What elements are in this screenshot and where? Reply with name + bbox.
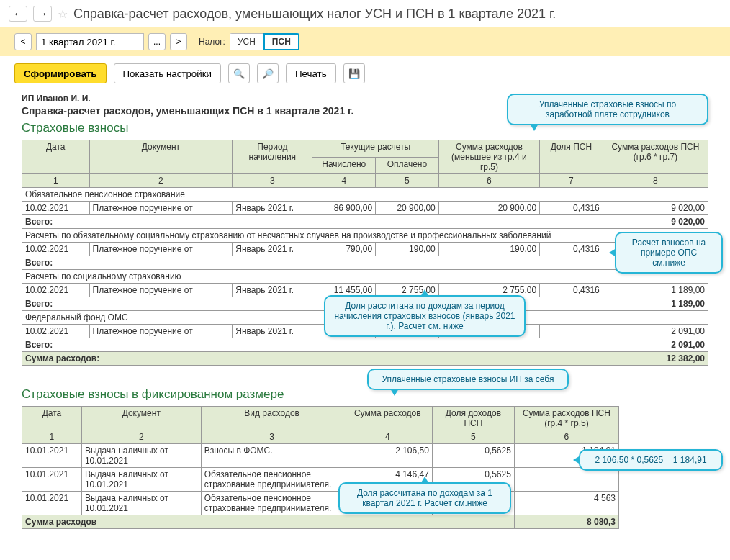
col-current: Текущие расчеты	[312, 140, 438, 158]
col2-share: Доля доходов ПСН	[432, 407, 514, 430]
zoom-in-button[interactable]: 🔍	[228, 63, 250, 83]
grand-total-value: 12 382,00	[603, 352, 708, 366]
grand-total2-value: 8 080,3	[514, 515, 618, 529]
forward-button[interactable]: →	[33, 6, 52, 22]
callout-ops-example: Расчет взносов на примере ОПС см.ниже	[615, 232, 723, 274]
zoom-out-button[interactable]: 🔎	[257, 63, 279, 83]
group-ops[interactable]: Обязательное пенсионное страхование	[22, 188, 708, 202]
callout-ip-self: Уплаченные страховые взносы ИП за себя	[367, 369, 569, 390]
table-row: 10.01.2021 Выдача наличных от 10.01.2021…	[22, 468, 619, 492]
tax-psn-button[interactable]: ПСН	[263, 33, 299, 50]
col-charged: Начислено	[312, 157, 376, 174]
col-period: Период начисления	[233, 140, 312, 174]
table-row: 10.01.2021 Выдача наличных от 10.01.2021…	[22, 444, 619, 468]
period-prev-button[interactable]: <	[14, 33, 32, 50]
group-ns[interactable]: Расчеты по обязательному социальному стр…	[22, 229, 708, 243]
group-soc[interactable]: Расчеты по социальному страхованию	[22, 270, 708, 284]
period-toolbar: < ... > Налог: УСН ПСН	[0, 27, 730, 56]
back-button[interactable]: ←	[9, 6, 27, 22]
col2-psn: Сумма расходов ПСН (гр.4 * гр.5)	[514, 407, 618, 430]
callout-share-period: Доля рассчитана по доходам за период нач…	[324, 295, 526, 337]
save-button[interactable]: 💾	[343, 63, 365, 83]
col-doc: Документ	[89, 140, 233, 174]
period-input[interactable]	[36, 33, 144, 50]
callout-share-quarter: Доля рассчитана по доходам за 1 квартал …	[338, 482, 511, 514]
col2-kind: Вид расходов	[201, 407, 343, 430]
callout-employee-contributions: Уплаченные страховые взносы по заработно…	[507, 94, 708, 125]
tax-switch: УСН ПСН	[230, 33, 299, 50]
col-psn: Сумма расходов ПСН (гр.6 * гр.7)	[603, 140, 708, 174]
favorite-star-icon[interactable]: ☆	[58, 7, 68, 21]
period-next-button[interactable]: >	[170, 33, 187, 50]
print-button[interactable]: Печать	[286, 63, 336, 83]
report-area: Уплаченные страховые взносы по заработно…	[0, 94, 730, 543]
table-fixed-insurance: Дата Документ Вид расходов Сумма расходо…	[22, 406, 619, 529]
callout-calculation: 2 106,50 * 0,5625 = 1 184,91	[579, 449, 723, 471]
table-row: 10.01.2021 Выдача наличных от 10.01.2021…	[22, 492, 619, 515]
action-bar: Сформировать Показать настройки 🔍 🔎 Печа…	[0, 56, 730, 91]
table-row: 10.02.2021 Платежное поручение от Январь…	[22, 202, 708, 215]
col-paid: Оплачено	[376, 157, 439, 174]
header-bar: ← → ☆ Справка-расчет расходов, уменьшающ…	[0, 0, 730, 27]
col2-doc: Документ	[81, 407, 201, 430]
grand-total-label: Сумма расходов:	[22, 352, 603, 366]
section2-title: Страховые взносы в фиксированном размере	[22, 387, 708, 402]
col-min: Сумма расходов (меньшее из гр.4 и гр.5)	[438, 140, 539, 174]
page-title: Справка-расчет расходов, уменьшающих нал…	[73, 6, 556, 22]
grand-total2-label: Сумма расходов	[22, 515, 515, 529]
col-date: Дата	[22, 140, 90, 174]
col-share: Доля ПСН	[540, 140, 603, 174]
show-settings-button[interactable]: Показать настройки	[114, 63, 221, 83]
tax-label: Налог:	[199, 37, 225, 47]
period-picker-button[interactable]: ...	[148, 33, 166, 50]
col2-sum: Сумма расходов	[343, 407, 432, 430]
col2-date: Дата	[22, 407, 82, 430]
table-row: 10.02.2021 Платежное поручение от Январь…	[22, 243, 708, 256]
generate-button[interactable]: Сформировать	[14, 63, 107, 83]
tax-usn-button[interactable]: УСН	[230, 33, 263, 50]
